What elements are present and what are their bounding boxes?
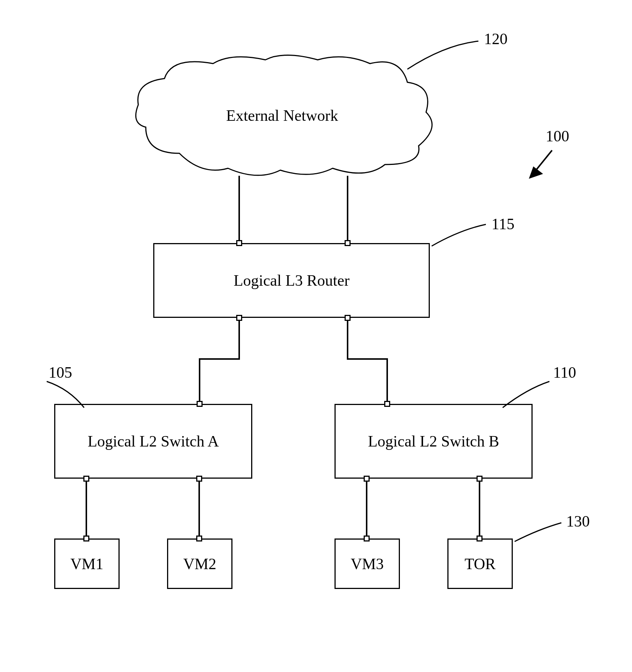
vm2-box: VM2 xyxy=(167,538,232,589)
port-switchA-bot-1 xyxy=(83,476,89,482)
ref-switch-b: 110 xyxy=(553,363,576,381)
svg-line-0 xyxy=(534,150,552,172)
ref-tor: 130 xyxy=(566,512,590,530)
port-switchB-top xyxy=(384,401,390,407)
conn-switchB-tor xyxy=(479,482,480,536)
conn-switchB-vm3 xyxy=(366,482,367,536)
port-vm3-top xyxy=(364,536,370,541)
network-diagram: External Network 120 100 Logical L3 Rout… xyxy=(0,0,632,672)
conn-router-switchB-h xyxy=(347,358,388,360)
figure-arrow-icon xyxy=(525,146,559,183)
port-switchB-bot-2 xyxy=(477,476,483,482)
callout-switch-a xyxy=(43,378,88,411)
conn-router-switchB-v1 xyxy=(347,321,348,358)
switch-b-label: Logical L2 Switch B xyxy=(368,432,499,450)
port-router-top-right xyxy=(345,240,351,246)
vm1-box: VM1 xyxy=(54,538,120,589)
vm3-box: VM3 xyxy=(335,538,400,589)
switch-a-label: Logical L2 Switch A xyxy=(87,432,219,450)
port-router-bot-left xyxy=(236,315,242,321)
vm3-label: VM3 xyxy=(351,555,384,573)
callout-tor xyxy=(513,520,565,546)
ref-router: 115 xyxy=(491,215,514,233)
callout-switch-b xyxy=(501,378,553,411)
conn-switchA-vm1 xyxy=(86,482,87,536)
vm1-label: VM1 xyxy=(70,555,104,573)
conn-router-switchA-v2 xyxy=(199,358,200,401)
ref-switch-a: 105 xyxy=(49,363,72,381)
tor-box: TOR xyxy=(447,538,513,589)
conn-router-switchA-v1 xyxy=(238,321,240,358)
conn-switchA-vm2 xyxy=(198,482,200,536)
callout-cloud xyxy=(404,37,486,75)
port-router-top-left xyxy=(236,240,242,246)
conn-router-switchA-h xyxy=(199,358,240,360)
svg-marker-1 xyxy=(529,166,543,179)
port-switchA-bot-2 xyxy=(196,476,202,482)
port-vm2-top xyxy=(196,536,202,541)
ref-figure: 100 xyxy=(546,127,569,145)
callout-router xyxy=(430,221,490,251)
port-router-bot-right xyxy=(345,315,351,321)
conn-cloud-router-right xyxy=(347,176,348,240)
switch-a-box: Logical L2 Switch A xyxy=(54,404,252,479)
port-switchB-bot-1 xyxy=(364,476,370,482)
port-tor-top xyxy=(477,536,483,541)
router-box: Logical L3 Router xyxy=(153,243,430,318)
tor-label: TOR xyxy=(465,555,496,573)
conn-cloud-router-left xyxy=(238,176,240,240)
vm2-label: VM2 xyxy=(183,555,216,573)
port-vm1-top xyxy=(83,536,89,541)
ref-cloud: 120 xyxy=(484,30,508,48)
switch-b-box: Logical L2 Switch B xyxy=(335,404,533,479)
router-label: Logical L3 Router xyxy=(234,271,349,289)
cloud-label: External Network xyxy=(226,107,338,125)
port-switchA-top xyxy=(197,401,203,407)
conn-router-switchB-v2 xyxy=(386,358,388,401)
